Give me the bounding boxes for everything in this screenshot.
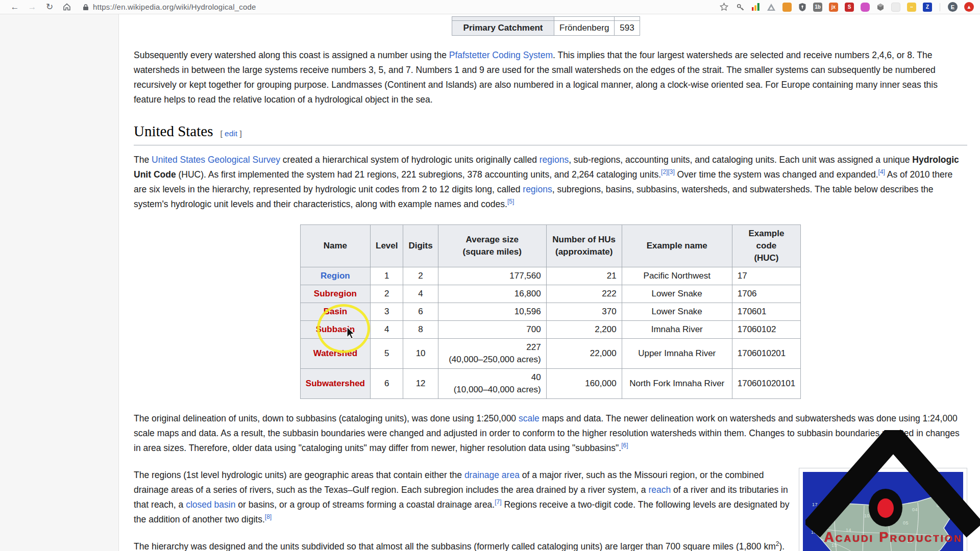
reload-button[interactable]: ↻ [41,1,58,14]
table-cell: 227(40,000–250,000 acres) [438,339,546,369]
table-cell: 160,000 [546,369,622,399]
row-name-link[interactable]: Subregion [314,289,357,298]
row-header: Subwatershed [300,369,370,399]
table-cell: 8 [403,321,438,339]
citation-link[interactable]: [2] [661,168,668,176]
text-link[interactable]: closed basin [186,499,235,510]
text-link[interactable]: scale [519,413,540,423]
table-cell: 170601 [732,303,800,321]
address-bar[interactable]: https://en.wikipedia.org/wiki/Hydrologic… [83,3,714,11]
fragment-header-cell: Primary Catchment [452,21,554,36]
row-name-link[interactable]: Subwatershed [306,379,365,388]
table-cell: Upper Imnaha River [622,339,732,369]
huc-map-thumbnail[interactable]: 171614151810050401030621 [799,468,967,551]
s-extension-icon[interactable]: S [845,3,854,12]
browser-toolbar: ← → ↻ https://en.wikipedia.org/wiki/Hydr… [0,0,980,14]
bookmark-star-icon[interactable] [719,2,729,12]
row-name-link[interactable]: Basin [324,307,347,316]
row-header: Subbasin [300,321,370,339]
table-cell: 2 [371,285,403,303]
chart-extension-icon[interactable] [751,3,760,11]
home-button[interactable] [58,1,76,14]
table-cell: 17060102 [732,321,800,339]
update-badge-icon[interactable]: ▲ [964,2,974,12]
table-row: Watershed510227(40,000–250,000 acres)22,… [300,339,800,369]
table-cell: 1706 [732,285,800,303]
pink-extension-icon[interactable] [861,3,870,12]
huc-table-head: NameLevelDigitsAverage size(square miles… [300,225,800,267]
fox-extension-icon[interactable] [782,3,792,12]
key-extension-icon[interactable] [736,3,745,12]
section-heading-united-states: United States[ edit ] [134,122,967,145]
fragment-table-row: Primary Catchment Fröndenberg 593 [452,21,640,36]
table-cell: 10,596 [438,303,546,321]
column-header: Level [371,225,403,267]
tb-extension-icon[interactable]: 1b [813,3,822,12]
body-text: The regions (1st level hydrologic units)… [134,470,464,480]
citation-link[interactable]: [6] [621,442,628,449]
url-text[interactable]: https://en.wikipedia.org/wiki/Hydrologic… [93,3,256,11]
table-cell: 2 [403,267,438,285]
text-link[interactable]: reach [648,485,671,495]
row-header: Basin [300,303,370,321]
body-text: or basins, or a group of streams forming… [235,499,495,510]
body-text: created a hierarchical system of hydrolo… [280,155,540,165]
jx-extension-icon[interactable]: jx [829,3,838,12]
table-cell: 5 [371,339,403,369]
shield-extension-icon[interactable] [798,3,806,12]
text-link[interactable]: regions [523,184,552,194]
forward-button[interactable]: → [23,1,41,14]
row-header: Watershed [300,339,370,369]
paragraph-delineation: The original delineation of units, down … [134,411,967,456]
table-cell: 222 [546,285,622,303]
map-region-label: 16 [824,519,830,534]
citation-link[interactable]: [5] [507,198,514,205]
citation-link[interactable]: [4] [878,168,885,176]
fragment-table-cut-row [452,17,640,21]
row-name-link[interactable]: Region [321,271,350,281]
fragment-number-cell: 593 [615,21,640,36]
column-header: Name [300,225,370,267]
text-link[interactable]: drainage area [464,470,520,480]
map-region-label: 05 [903,516,909,531]
table-cell: 700 [438,321,546,339]
edit-link[interactable]: edit [225,129,237,138]
profile-avatar[interactable]: E [948,2,958,12]
table-cell: 22,000 [546,339,622,369]
us-map-shape [803,484,963,551]
table-cell: 17 [732,267,800,285]
table-cell: Lower Snake [622,303,732,321]
huc-table: NameLevelDigitsAverage size(square miles… [300,224,801,399]
table-cell: 12 [403,369,438,399]
text-link[interactable]: Pfafstetter Coding System [449,50,553,60]
body-text: (HUC). As first implemented the system h… [176,169,661,180]
table-cell: 4 [403,285,438,303]
map-region-label: 14 [846,523,851,538]
cube-extension-icon[interactable] [876,3,885,11]
drive-extension-icon[interactable] [767,3,776,11]
column-header: Digits [403,225,438,267]
back-button[interactable]: ← [6,1,23,14]
row-name-link[interactable]: Watershed [313,348,357,358]
citation-link[interactable]: [7] [495,498,501,506]
text-link[interactable]: United States Geological Survey [152,155,280,165]
z-extension-icon[interactable]: Z [923,3,932,12]
thumbnail-float: 171614151810050401030621 [799,468,967,551]
gray-extension-icon[interactable] [891,3,900,12]
map-region-label: 06 [907,534,913,549]
table-row: Basin3610,596370Lower Snake170601 [300,303,800,321]
citation-link[interactable]: [3] [668,168,674,176]
us-huc-map-image: 171614151810050401030621 [803,472,963,551]
table-cell: North Fork Imnaha River [622,369,732,399]
huc-table-body: Region12177,56021Pacific Northwest17Subr… [300,267,800,399]
citation-link[interactable]: [8] [265,513,272,520]
table-cell: 1 [371,267,403,285]
paragraph-pfafstetter: Subsequently every watershed along this … [134,48,967,107]
table-cell: 2,200 [546,321,622,339]
table-cell: 177,560 [438,267,546,285]
body-text: Subsequently every watershed along this … [134,50,449,60]
table-cell: 40(10,000–40,000 acres) [438,369,546,399]
text-link[interactable]: regions [540,155,569,165]
yellow-extension-icon[interactable]: ▪▪ [907,3,916,12]
row-name-link[interactable]: Subbasin [316,324,355,334]
